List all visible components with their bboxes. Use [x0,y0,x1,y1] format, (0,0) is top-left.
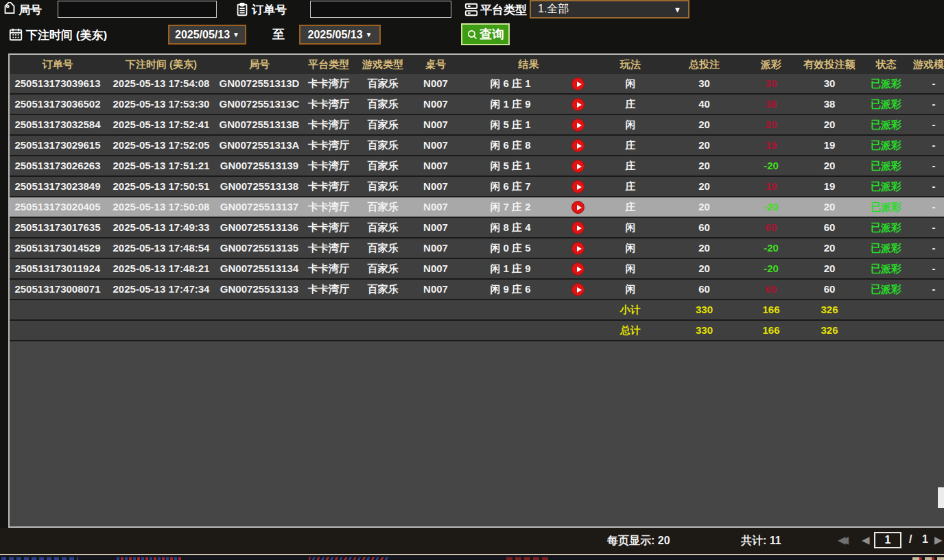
valid-bet-cell: 20 [799,115,860,134]
payout-cell: 60 [744,218,799,237]
order-id-cell: 250513173039613 [10,74,106,93]
play-video-icon[interactable] [571,139,585,152]
table-no-cell: N007 [410,74,461,93]
bet-time-cell: 2025-05-13 17:48:21 [106,259,217,278]
chevron-down-icon: ▼ [674,5,681,14]
game-mode-cell: - [912,156,944,175]
tag-icon [2,2,17,17]
platform-cell: 卡卡湾厅 [302,239,355,258]
play-video-icon[interactable] [571,263,585,276]
clipboard-icon [235,2,250,17]
date-from-picker[interactable]: 2025/05/13 ▼ [168,25,246,45]
search-button[interactable]: 查询 [461,23,510,45]
scrollbar-thumb[interactable] [938,487,944,508]
payout-cell: 30 [744,74,799,93]
valid-bet-cell: 60 [799,218,860,237]
grand-total-row-total-bet: 330 [665,321,744,340]
next-page-button[interactable]: ▶ [934,533,943,547]
table-row[interactable]: 2505131730145292025-05-13 17:48:54GN0072… [10,239,944,259]
column-header: 状态 [860,55,912,74]
table-row[interactable]: 2505131730325842025-05-13 17:52:41GN0072… [10,115,944,136]
column-header: 有效投注额 [799,55,860,74]
payout-cell: 19 [744,136,799,155]
play-video-icon[interactable] [571,221,585,234]
order-id-cell: 250513173017635 [10,218,106,237]
table-body: 2505131730396132025-05-13 17:54:08GN0072… [10,74,944,341]
order-id-input[interactable] [310,1,451,18]
table-row[interactable]: 2505131730204052025-05-13 17:50:08GN0072… [10,197,944,218]
bet-time-label: 下注时间 (美东) [26,27,107,43]
play-video-icon[interactable] [571,242,585,255]
game-type-cell: 百家乐 [355,259,410,278]
valid-bet-cell: 20 [799,239,860,258]
bet-time-cell: 2025-05-13 17:52:05 [106,136,217,155]
table-row[interactable]: 2505131730119242025-05-13 17:48:21GN0072… [10,259,944,280]
valid-bet-cell: 20 [799,156,860,175]
table-row[interactable]: 2505131730080712025-05-13 17:47:34GN0072… [10,280,944,300]
table-row[interactable]: 2505131730396132025-05-13 17:54:08GN0072… [10,74,944,95]
bet-time-cell: 2025-05-13 17:50:08 [106,197,217,217]
round-id-cell: GN00725513137 [217,197,302,217]
platform-select-value: 1.全部 [538,2,569,16]
total-bet-cell: 60 [665,280,744,299]
play-video-cell [560,259,596,278]
table-row[interactable]: 2505131730262632025-05-13 17:51:21GN0072… [10,156,944,177]
platform-cell: 卡卡湾厅 [302,177,355,196]
valid-bet-cell: 38 [799,95,860,114]
result-cell: 闲 6 庄 8 [461,136,560,155]
play-video-icon[interactable] [571,201,585,214]
total-bet-cell: 20 [665,259,744,278]
platform-select[interactable]: 1.全部 ▼ [530,0,689,19]
column-header: 局号 [217,55,302,74]
column-header: 下注时间 (美东) [106,55,217,74]
result-cell: 闲 1 庄 9 [461,95,560,114]
play-video-icon[interactable] [571,160,585,173]
grand-total-row: 总计330166326 [10,321,944,341]
play-video-icon[interactable] [571,283,585,296]
date-to-picker[interactable]: 2025/05/13 ▼ [299,25,381,45]
prev-page-button[interactable]: ◀ [862,533,870,547]
play-video-icon[interactable] [571,119,585,132]
order-id-cell: 250513173008071 [10,280,106,299]
platform-cell: 卡卡湾厅 [302,197,355,217]
table-row[interactable]: 2505131730176352025-05-13 17:49:33GN0072… [10,218,944,239]
game-mode-cell: - [912,115,944,134]
table-no-cell: N007 [410,95,461,114]
column-header: 总投注 [665,55,744,74]
game-type-cell: 百家乐 [355,115,410,134]
grand-total-row-label: 总计 [596,321,665,340]
play-video-icon[interactable] [571,98,585,111]
game-type-cell: 百家乐 [355,280,410,299]
status-cell: 已派彩 [860,239,912,258]
order-id-cell: 250513173036502 [10,95,106,114]
table-row[interactable]: 2505131730296152025-05-13 17:52:05GN0072… [10,136,944,156]
result-cell: 闲 0 庄 5 [461,239,560,258]
subtotal-row-valid-bet: 326 [799,300,860,319]
total-bet-cell: 20 [665,239,744,258]
platform-cell: 卡卡湾厅 [302,74,355,93]
background-app-edge [0,554,944,560]
round-id-input[interactable] [58,1,217,18]
column-header: 玩法 [596,55,665,74]
result-cell: 闲 8 庄 4 [461,218,560,237]
page-number-input[interactable] [874,532,901,548]
background-artifacts [1,557,78,560]
play-type-cell: 闲 [596,239,665,258]
play-video-cell [560,136,596,155]
status-cell: 已派彩 [860,115,912,134]
play-type-cell: 庄 [596,177,665,196]
valid-bet-cell: 19 [799,177,860,196]
bet-time-cell: 2025-05-13 17:50:51 [106,177,217,196]
order-id-cell: 250513173032584 [10,115,106,134]
play-video-cell [560,177,596,196]
page-separator: / [909,533,912,546]
round-id-cell: GN0072551313D [217,74,302,93]
play-video-icon[interactable] [571,180,585,193]
table-no-cell: N007 [410,115,461,134]
table-row[interactable]: 2505131730365022025-05-13 17:53:30GN0072… [10,95,944,115]
first-page-button[interactable]: ◀◀ [838,533,844,547]
bet-time-cell: 2025-05-13 17:48:54 [106,239,217,258]
play-video-icon[interactable] [571,77,585,90]
table-row[interactable]: 2505131730238492025-05-13 17:50:51GN0072… [10,177,944,197]
platform-cell: 卡卡湾厅 [302,259,355,278]
